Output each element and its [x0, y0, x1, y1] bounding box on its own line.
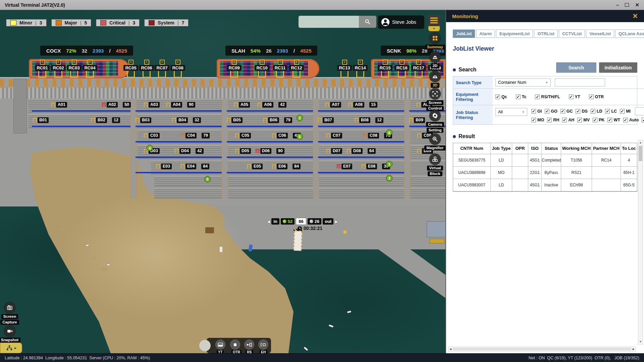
yard-block-b03[interactable]: B03 [136, 117, 151, 123]
yard-block-b05[interactable]: B05 [227, 117, 243, 123]
yard-block-a08[interactable]: A0815 [348, 102, 377, 108]
alarm-legend-critical[interactable]: Critical|3 [96, 19, 140, 26]
quay-crane-rc15[interactable]: ×RC15 [377, 60, 393, 78]
table-cell[interactable]: UACU5983007 [453, 179, 491, 191]
col-header-opr[interactable]: OPR [512, 143, 528, 154]
yard-block-e06[interactable]: E0684 [272, 164, 301, 169]
minimize-button[interactable]: – [616, 2, 619, 7]
checkbox-go[interactable]: ✓GO [545, 109, 557, 114]
virtual-block-button[interactable] [429, 154, 441, 165]
tool-crane-3d[interactable]: 3D [424, 71, 445, 88]
network-corner-tab[interactable]: ▶ [0, 343, 22, 353]
horizontal-scrollbar[interactable]: ◀ ▶ [448, 347, 636, 352]
checkbox-yt[interactable]: ✓YT [569, 95, 580, 99]
scroll-down-icon[interactable]: ▼ [639, 340, 642, 344]
yard-block-d07[interactable]: D07 [326, 148, 342, 154]
col-header-status[interactable]: Status [542, 143, 561, 154]
gate-arrow-icon[interactable]: ◀ [267, 219, 270, 224]
snapshot-button[interactable] [4, 325, 15, 337]
scroll-left-icon[interactable]: ◀ [449, 348, 451, 351]
crane-2d-button[interactable] [429, 51, 441, 63]
table-cell[interactable]: T1056 [561, 154, 592, 167]
scroll-thumb[interactable] [639, 146, 642, 161]
yard-block-c04[interactable]: C0479 [181, 133, 210, 138]
tab-otrlist[interactable]: OTRList [534, 29, 558, 38]
dock-button-rs[interactable] [244, 340, 254, 350]
magnifier-button[interactable] [429, 133, 441, 145]
table-cell[interactable]: 65H-1 [621, 167, 637, 179]
yard-block-b08[interactable]: B0812 [355, 117, 383, 123]
quay-crane-rc14[interactable]: ×RC14 [352, 60, 369, 78]
quay-crane-rc05[interactable]: ×RC05 [122, 60, 139, 78]
table-cell[interactable]: 45G1 [528, 179, 542, 191]
menu-expand-arrow[interactable]: ▼ [428, 26, 440, 31]
quay-crane-rc12[interactable]: ×RC12 [288, 60, 305, 78]
yard-block-c07[interactable]: C07 [326, 133, 342, 138]
dock-button-yt[interactable] [215, 340, 225, 350]
tool-virtual-block[interactable]: VirtualBlock [424, 154, 445, 176]
table-cell[interactable]: SEGU5836775 [453, 154, 491, 167]
table-cell[interactable]: 22G1 [528, 167, 542, 179]
col-header-iso[interactable]: ISO [528, 143, 542, 154]
yard-block-d06[interactable]: D0690 [256, 148, 284, 154]
screen-capture-button[interactable] [4, 302, 15, 313]
col-header-job-type[interactable]: Job Type [491, 143, 512, 154]
yard-block-e05[interactable]: E05 [247, 164, 263, 169]
job-status-extra-input[interactable] [635, 107, 644, 115]
table-cell[interactable] [592, 179, 621, 191]
table-cell[interactable]: RC14 [592, 154, 621, 167]
terminal-map[interactable]: Minor|3Major|5Critical|3System|7 Steve J… [0, 10, 445, 353]
col-header-partner-mch[interactable]: Partner MCH [592, 143, 621, 154]
tool-crane-2d[interactable]: 2D [424, 51, 445, 68]
table-cell[interactable] [592, 167, 621, 179]
vertical-scrollbar[interactable]: ▲ ▼ [638, 140, 643, 345]
gate-arrow-icon[interactable]: ▶ [335, 219, 338, 224]
yard-block-d04[interactable]: D0442 [175, 148, 204, 154]
table-cell[interactable]: ByPass [542, 167, 561, 179]
yard-block-c05[interactable]: C05 [235, 133, 251, 138]
yard-block-e07[interactable]: E07 [337, 164, 352, 169]
yard-block-b09[interactable]: B09 [409, 117, 425, 123]
quay-crane-rc09[interactable]: ×RC09 [226, 60, 243, 78]
yard-block-b06[interactable]: B0679 [263, 117, 292, 123]
quay-crane-rc13[interactable]: ×RC13 [336, 60, 353, 78]
search-type-input[interactable] [555, 78, 605, 86]
checkbox-gc[interactable]: ✓GC [560, 109, 573, 114]
yard-block-a07[interactable]: A07 [325, 102, 341, 108]
quay-crane-rc03[interactable]: ×RC03 [66, 60, 83, 78]
user-chip[interactable]: Steve Jobs [378, 15, 424, 29]
quay-crane-rc07[interactable]: ×RC07 [154, 60, 170, 78]
alarm-legend-major[interactable]: Major|5 [51, 19, 92, 26]
yard-block-b07[interactable]: B07 [318, 117, 334, 123]
table-cell[interactable] [512, 154, 528, 167]
tool-summary[interactable]: Summay [424, 33, 445, 50]
table-cell[interactable]: LD [491, 154, 512, 167]
checkbox-qc[interactable]: ✓Qc [495, 95, 507, 99]
tab-cctvlist[interactable]: CCTVList [559, 29, 585, 38]
alarm-legend-system[interactable]: System|7 [144, 19, 189, 26]
yard-block-a03[interactable]: A03 [144, 102, 160, 108]
checkbox-pk[interactable]: ✓PK [593, 118, 604, 122]
tool-screen-capture[interactable]: ScreenCapture [0, 302, 21, 325]
tab-equipmentlist[interactable]: EquipmentList [496, 29, 533, 38]
quay-crane-rc11[interactable]: ×RC11 [272, 60, 288, 78]
table-cell[interactable] [512, 179, 528, 191]
panel-close-icon[interactable]: ✕ [632, 13, 638, 19]
dock-button-eh[interactable] [258, 340, 268, 350]
hscroll-thumb[interactable] [452, 348, 632, 351]
menu-button[interactable] [428, 15, 440, 26]
job-status-select[interactable]: All ▼ [495, 108, 527, 116]
checkbox-auto[interactable]: ✓Auto [623, 118, 639, 122]
summary-button[interactable] [429, 33, 441, 44]
checkbox-tc[interactable]: ✓Tc [516, 95, 527, 99]
search-submit-button[interactable]: Search [556, 62, 596, 73]
scroll-right-icon[interactable]: ▶ [633, 348, 635, 351]
table-cell[interactable]: Inactive [542, 179, 561, 191]
table-cell[interactable]: LD [491, 179, 512, 191]
yard-block-e04[interactable]: E0484 [181, 164, 209, 169]
initialization-button[interactable]: Initialization [599, 62, 637, 73]
checkbox-ld[interactable]: ✓LD [591, 109, 602, 114]
table-cell[interactable] [512, 167, 528, 179]
quay-crane-rc02[interactable]: ×RC02 [50, 60, 67, 78]
crane-3d-button[interactable] [429, 71, 441, 82]
